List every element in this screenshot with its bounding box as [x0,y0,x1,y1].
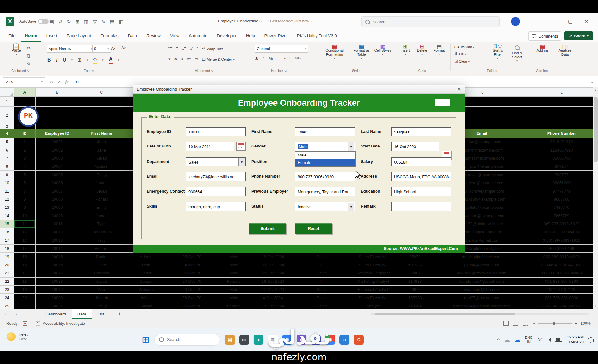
ribbon-tab-insert[interactable]: Insert [42,30,61,42]
cell-K20[interactable]: pjmd4@brown.com [433,261,530,269]
expand-formula-bar-icon[interactable]: ⌄ [591,80,594,84]
row-header-6[interactable]: 6 [0,146,14,154]
filter-icon[interactable]: ▽ [93,19,97,25]
cell-D19[interactable]: Adams [124,253,168,261]
undo-icon[interactable]: ↺ [58,19,62,25]
cell-L15[interactable]: 369.737.8093x6029 [530,220,593,228]
cell-J23[interactable]: 49876 [397,286,433,294]
row-header-24[interactable]: 24 [0,294,14,302]
sort-filter-button[interactable]: ⇅▽ Sort & Filter▾ [489,44,506,61]
cell-L7[interactable]: 35086706 [530,154,593,162]
cell-L8[interactable]: 807177 [530,162,593,170]
field-input-department[interactable]: Sales▼ [186,157,246,166]
cell-A22[interactable]: 18 [14,277,36,285]
page-layout-view-icon[interactable] [513,321,518,326]
cell-C8[interactable]: Michael [79,162,124,170]
font-color-icon[interactable]: A [109,57,113,64]
maximize-button[interactable]: ▢ [566,17,575,26]
cell-A4[interactable]: ID [14,129,36,138]
cell-A21[interactable]: 17 [14,269,36,277]
cell-L18[interactable]: 406-899-0446 [530,245,593,253]
cell-C13[interactable]: Emily [79,203,124,212]
cell-L22[interactable]: 001-888-594-0393 [530,277,593,285]
font-name-select[interactable]: Aptos Narrow▾ [47,45,94,53]
sheet-nav-left-icon[interactable]: ‹ [0,311,11,317]
cell-G21[interactable]: 28-Oct-2024 [252,269,294,277]
cell-B11[interactable]: 10007 [36,187,79,195]
cell-E22[interactable]: 24-Dec-70 [168,277,216,285]
cell-J24[interactable]: 107938 [397,294,433,302]
row-header-1[interactable]: 1 [0,97,14,107]
format-cells-button[interactable]: ▤ Format▾ [431,44,447,57]
cell-J22[interactable]: 317938 [397,277,433,285]
cell-H22[interactable]: IT [294,277,349,285]
cell-C17[interactable]: Troy [79,236,124,244]
department-dropdown-arrow-icon[interactable]: ▼ [238,158,245,166]
scroll-down-icon[interactable]: ▼ [593,304,598,309]
cell-K19[interactable]: monica@mitchell.com [433,253,530,261]
close-button[interactable]: ✕ [582,17,591,26]
cell-B13[interactable]: 10009 [36,203,79,212]
delete-cells-button[interactable]: ⊟ Delete▾ [414,44,430,57]
cell-A12[interactable]: 8 [14,195,36,203]
cell-E21[interactable]: 27-Dec-70 [168,269,216,277]
row-header-19[interactable]: 19 [0,253,14,261]
name-box[interactable]: A15▾ [3,77,45,86]
underline-icon[interactable]: U [63,57,66,63]
row-header-11[interactable]: 11 [0,187,14,195]
cell-C18[interactable]: Richard [79,245,124,253]
cell-B22[interactable]: 10018 [36,277,79,285]
submit-button[interactable]: Submit [249,223,286,234]
ribbon-tab-view[interactable]: View [166,30,183,42]
sheet-tab-list[interactable]: List [92,309,110,319]
cell-C21[interactable]: Brandon [79,269,124,277]
cell-K22[interactable]: wanderson@joseph.com [433,277,530,285]
percent-icon[interactable]: % [269,56,273,61]
paste-button[interactable]: 📋 Paste▾ [8,44,24,57]
document-title[interactable]: Employee Onboarding S... • Last Modified… [218,19,312,23]
status-accessibility[interactable]: Accessibility: Investigate [43,321,85,326]
cell-A5[interactable]: 1 [14,138,36,146]
status-dropdown-arrow-icon[interactable]: ▼ [348,203,354,211]
horizontal-scrollbar[interactable] [371,313,589,315]
page-break-view-icon[interactable] [523,321,528,326]
increase-decimal-icon[interactable]: ←.0 [284,56,289,61]
cell-L5[interactable]: 9316471010 [530,138,593,146]
fill-button[interactable]: ⬇ Fill ▾ [454,51,474,56]
field-input-status[interactable]: Inactive▼ [295,202,355,211]
row-header-18[interactable]: 18 [0,245,14,253]
row-header-17[interactable]: 17 [0,236,14,244]
cell-B2[interactable] [36,107,79,124]
align-center-icon[interactable]: ≋ [174,56,178,61]
cell-A10[interactable]: 6 [14,179,36,187]
ribbon-tab-file[interactable]: File [4,30,20,42]
cell-L9[interactable]: 700777 [530,170,593,179]
cell-C5[interactable]: John [79,138,124,146]
ribbon-tab-formulas[interactable]: Formulas [96,30,122,42]
align-top-icon[interactable]: ⤒≡ [168,46,172,51]
cell-A8[interactable]: 4 [14,162,36,170]
collapse-ribbon-icon[interactable]: ⌄ [585,68,588,72]
dialog-title-bar[interactable]: Employee Onboarding Tracker ✕ [133,85,465,94]
field-input-education[interactable]: High School [391,187,451,196]
cell-styles-button[interactable]: ▩ Cell Styles▾ [374,44,392,57]
cell-L17[interactable]: (000)598-7693x1910 [530,236,593,244]
field-input-date-of-birth[interactable]: 10 Mar 2011 [186,142,234,151]
column-header-c[interactable]: C [79,88,124,97]
borders-icon[interactable]: ⊞ [78,57,82,63]
cell-A23[interactable]: 19 [14,286,36,294]
gender-dropdown-arrow-icon[interactable]: ▼ [348,142,354,151]
cell-E19[interactable]: 25-Dec-70 [168,253,216,261]
cell-E23[interactable]: 20-Dec-70 [168,286,216,294]
formula-bar-value[interactable]: 11 [75,80,79,84]
cell-G22[interactable]: 16-Oct-2024 [252,277,294,285]
row-header-2[interactable]: 2 [0,107,14,124]
macro-record-icon[interactable] [23,321,27,326]
cell-A18[interactable]: 14 [14,245,36,253]
cell-I24[interactable]: Sales Executive [349,294,397,302]
field-input-phone-number[interactable]: 800.737.0906x0920 [295,172,355,181]
cell-L12[interactable]: 9867766 [530,195,593,203]
draw-icon[interactable]: ✎ [101,19,105,25]
shrink-font-icon[interactable]: A˅ [121,46,126,50]
ribbon-tab-developer[interactable]: Developer [213,30,241,42]
